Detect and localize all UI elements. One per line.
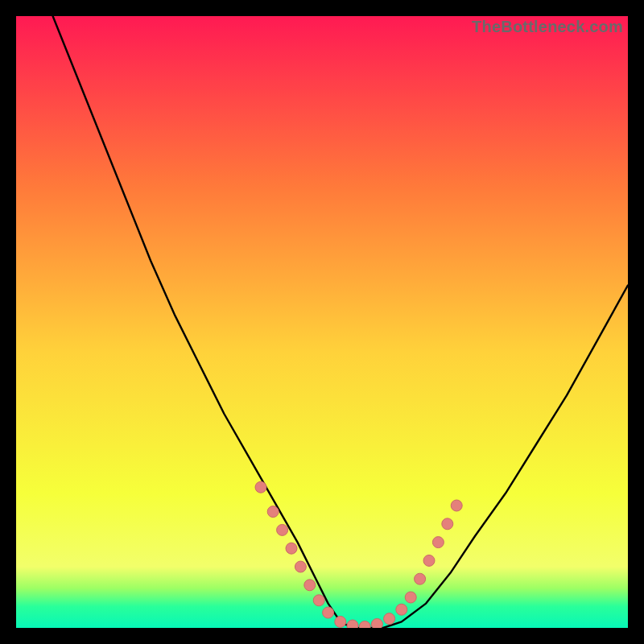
data-marker xyxy=(304,580,316,591)
data-marker xyxy=(442,518,453,530)
data-marker xyxy=(277,524,288,535)
data-marker xyxy=(423,555,435,566)
chart-frame: TheBottleneck.com xyxy=(16,16,628,628)
data-marker xyxy=(396,604,407,615)
data-marker xyxy=(295,561,306,572)
data-marker xyxy=(286,543,297,554)
data-marker xyxy=(405,592,416,603)
watermark-text: TheBottleneck.com xyxy=(472,18,623,36)
data-marker xyxy=(313,595,324,606)
data-marker xyxy=(415,573,426,584)
data-marker xyxy=(432,537,444,548)
data-marker xyxy=(451,500,462,511)
data-marker xyxy=(255,481,266,493)
data-marker xyxy=(323,607,334,618)
gradient-bg xyxy=(16,16,628,628)
data-marker xyxy=(267,506,279,518)
data-marker xyxy=(347,620,358,628)
data-marker xyxy=(371,618,382,628)
data-marker xyxy=(335,616,346,627)
data-marker xyxy=(384,613,395,625)
bottleneck-chart xyxy=(16,16,628,628)
